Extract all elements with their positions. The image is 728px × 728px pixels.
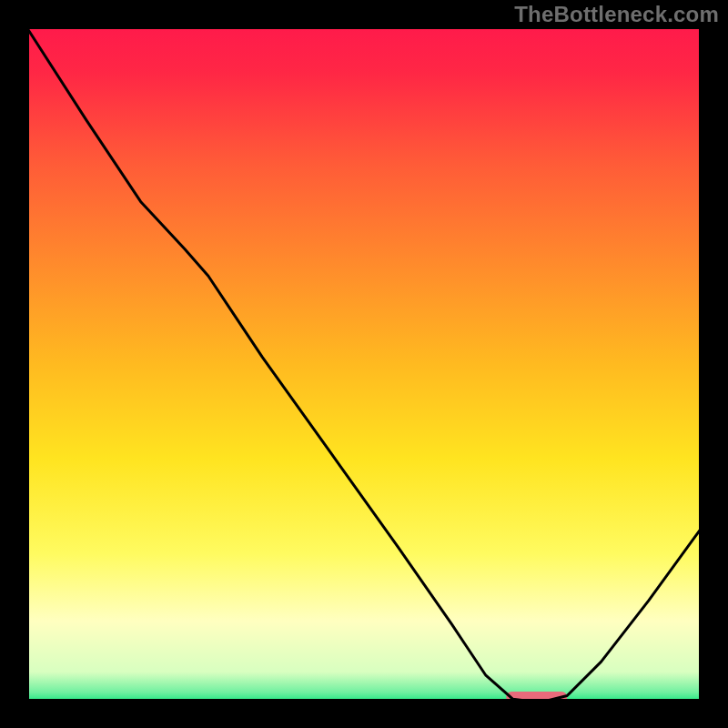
plot-background — [25, 25, 703, 703]
watermark-text: TheBottleneck.com — [514, 2, 719, 27]
chart-frame: TheBottleneck.com — [0, 0, 728, 728]
bottleneck-chart — [0, 0, 728, 728]
